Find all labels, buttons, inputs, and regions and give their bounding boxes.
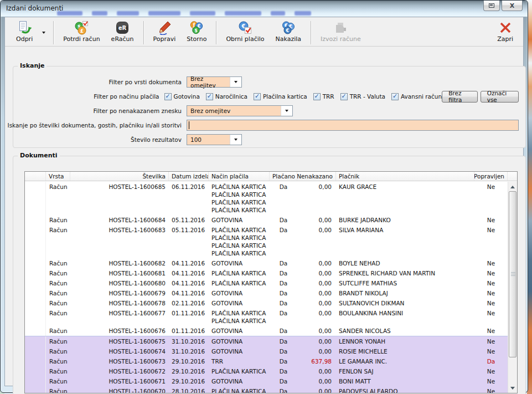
table-row[interactable]: RačunHOSTEL-1-160067802.11.2016GOTOVINAD… bbox=[25, 298, 508, 308]
payment-method-line: PLAČILNA KARTICA bbox=[211, 206, 267, 214]
cell-popravljen: Ne bbox=[474, 326, 508, 336]
scrollbar-thumb[interactable] bbox=[509, 191, 516, 357]
table-row[interactable]: RačunHOSTEL-1-160067531.10.2016GOTOVINAD… bbox=[25, 336, 508, 346]
cell-stevilka: HOSTEL-1-1600674 bbox=[70, 346, 169, 356]
cell-stevilka: HOSTEL-1-1600673 bbox=[70, 356, 169, 366]
amount-filter-row: Filter po nenakazanem znesku Brez omejit… bbox=[19, 105, 519, 117]
close-x-icon bbox=[498, 21, 513, 35]
cell-datum: 29.10.2016 bbox=[169, 376, 209, 386]
toolbar-button-label: Popravi bbox=[153, 35, 176, 43]
column-header[interactable]: Nenakazano bbox=[297, 172, 336, 181]
scroll-down-button[interactable] bbox=[508, 383, 517, 392]
table-row[interactable]: RačunHOSTEL-1-160068104.11.2016PLAČILNA … bbox=[25, 268, 508, 278]
cell-stevilka: HOSTEL-1-1600671 bbox=[70, 376, 169, 386]
toolbar-button-nakazila[interactable]: €€€Nakazila bbox=[270, 19, 307, 46]
toolbar-left-group: Odpri$£Potrdi računeReRačunPopraviƒ€$Sto… bbox=[11, 19, 366, 46]
einvoice-icon: eR bbox=[115, 21, 130, 35]
cell-nenakazano: 0,00 bbox=[297, 268, 336, 278]
toolbar-dropdown-caret[interactable] bbox=[38, 19, 49, 46]
cell-datum: 29.10.2016 bbox=[169, 356, 209, 366]
checkbox-icon[interactable]: ✓ bbox=[254, 93, 261, 100]
vertical-scrollbar[interactable] bbox=[508, 182, 517, 393]
column-header[interactable]: Plačano bbox=[270, 172, 297, 181]
row-selector bbox=[25, 215, 46, 225]
search-groupbox: Iskanje Filter po vrsti dokumenta Brez o… bbox=[13, 66, 526, 148]
text-search-label: Iskanje po številki dokumenta, gostih, p… bbox=[8, 122, 182, 129]
payment-option-checkbox[interactable]: ✓Plačilna kartica bbox=[254, 93, 307, 100]
select-all-button[interactable]: Označi vse bbox=[481, 91, 519, 103]
cell-nacin: PLAČILNA KARTICAPLAČILNA KARTICA bbox=[209, 308, 270, 326]
toolbar-button-potrdi-racun[interactable]: $£Potrdi račun bbox=[58, 19, 105, 46]
table-row[interactable]: RačunHOSTEL-1-160068405.11.2016GOTOVINAD… bbox=[25, 215, 508, 225]
toolbar-button-popravi[interactable]: Popravi bbox=[148, 19, 182, 46]
doc-type-filter-combo[interactable]: Brez omejitev bbox=[187, 76, 242, 88]
cell-datum: 04.11.2016 bbox=[169, 258, 209, 268]
table-row[interactable]: RačunHOSTEL-1-160068204.11.2016GOTOVINAD… bbox=[25, 258, 508, 268]
table-row[interactable]: RačunHOSTEL-1-160067904.11.2016GOTOVINAD… bbox=[25, 288, 508, 298]
table-row[interactable]: RačunHOSTEL-1-160067701.11.2016PLAČILNA … bbox=[25, 308, 508, 326]
search-input[interactable] bbox=[187, 120, 519, 131]
amount-filter-dropdown-button[interactable] bbox=[281, 106, 292, 116]
row-selector bbox=[25, 336, 46, 346]
column-header[interactable]: Datum izdelave bbox=[169, 172, 209, 181]
column-header[interactable]: Plačnik bbox=[336, 172, 474, 181]
cell-datum: 01.11.2016 bbox=[169, 326, 209, 336]
payment-method-line: PLAČILNA KARTICA bbox=[211, 198, 267, 206]
toolbar-button-obrni-placilo[interactable]: €Obrni plačilo bbox=[220, 19, 270, 46]
table-row[interactable]: RačunHOSTEL-1-160067129.10.2016GOTOVINAD… bbox=[25, 376, 508, 386]
column-header-selector[interactable] bbox=[25, 172, 46, 181]
table-row[interactable]: RačunHOSTEL-1-160068506.11.2016PLAČILNA … bbox=[25, 182, 508, 215]
payment-method-line: GOTOVINA bbox=[211, 289, 267, 297]
checkbox-icon[interactable]: ✓ bbox=[391, 93, 399, 100]
table-row[interactable]: RačunHOSTEL-1-160067229.10.2016PLAČILNA … bbox=[25, 366, 508, 376]
row-selector bbox=[25, 278, 46, 288]
cell-datum: 29.10.2016 bbox=[169, 366, 209, 376]
payment-option-checkbox[interactable]: ✓TRR bbox=[313, 93, 334, 100]
column-header[interactable]: Številka bbox=[70, 172, 169, 181]
payment-option-checkbox[interactable]: ✓Avansni račun bbox=[391, 93, 442, 100]
scroll-up-button[interactable] bbox=[508, 182, 517, 191]
payment-method-line: PLAČILNA KARTICA bbox=[211, 279, 267, 287]
checkbox-icon[interactable]: ✓ bbox=[206, 93, 213, 100]
cell-vrsta: Račun bbox=[46, 215, 70, 225]
table-row[interactable]: RačunHOSTEL-1-160067028.10.2016PLAČILNA … bbox=[25, 386, 508, 393]
table-row[interactable]: RačunHOSTEL-1-160067329.10.2016TRRDa637,… bbox=[25, 356, 508, 366]
column-header[interactable]: Vrsta bbox=[46, 172, 70, 181]
cell-popravljen: Ne bbox=[474, 278, 508, 288]
table-row[interactable]: RačunHOSTEL-1-160067431.10.2016GOTOVINAD… bbox=[25, 346, 508, 356]
checkbox-icon[interactable]: ✓ bbox=[340, 93, 348, 100]
cell-datum: 02.11.2016 bbox=[169, 298, 209, 308]
table-row[interactable]: RačunHOSTEL-1-160068305.11.2016PLAČILNA … bbox=[25, 225, 508, 258]
check-mark-icon: ✓ bbox=[392, 93, 397, 99]
window-title: Izdani dokumenti bbox=[6, 4, 63, 12]
payment-option-checkbox[interactable]: ✓Naročilnica bbox=[206, 93, 247, 100]
payment-option-checkbox[interactable]: ✓TRR - Valuta bbox=[340, 93, 385, 100]
result-count-dropdown-button[interactable] bbox=[230, 135, 241, 145]
check-mark-icon: ✓ bbox=[255, 93, 260, 99]
checkbox-label: Plačilna kartica bbox=[263, 93, 307, 100]
toolbar-button-zapri[interactable]: Zapri bbox=[492, 19, 519, 46]
table-row[interactable]: RačunHOSTEL-1-160068004.11.2016PLAČILNA … bbox=[25, 278, 508, 288]
clear-filter-button[interactable]: Brez filtra bbox=[442, 91, 478, 103]
checkbox-icon[interactable]: ✓ bbox=[164, 93, 172, 100]
column-header[interactable]: Način plačila bbox=[209, 172, 270, 181]
doc-type-filter-dropdown-button[interactable] bbox=[230, 77, 241, 87]
toolbar-separator bbox=[143, 21, 144, 44]
checkbox-icon[interactable]: ✓ bbox=[313, 93, 321, 100]
toolbar-button-odpri[interactable]: Odpri bbox=[11, 19, 38, 46]
cell-placnik: LE GAMAAR INC. bbox=[336, 356, 474, 366]
detach-window-button[interactable] bbox=[483, 1, 500, 11]
column-header[interactable]: Popravljen bbox=[474, 172, 508, 181]
titlebar[interactable]: Izdani dokumenti X bbox=[1, 1, 528, 17]
toolbar-button-storno[interactable]: ƒ€$Storno bbox=[181, 19, 212, 46]
close-window-button[interactable]: X bbox=[502, 1, 523, 11]
payment-method-line: PLAČILNA KARTICA bbox=[211, 309, 267, 317]
toolbar-button-eracun[interactable]: eReRačun bbox=[106, 19, 140, 46]
table-row[interactable]: RačunHOSTEL-1-160067601.11.2016GOTOVINAD… bbox=[25, 326, 508, 336]
amount-filter-combo[interactable]: Brez omejitev bbox=[187, 105, 293, 116]
toolbar-button-label: Obrni plačilo bbox=[226, 35, 264, 43]
cell-stevilka: HOSTEL-1-1600683 bbox=[70, 225, 169, 258]
result-count-combo[interactable]: 100 bbox=[187, 134, 242, 145]
payment-option-checkbox[interactable]: ✓Gotovina bbox=[164, 93, 200, 100]
payment-method-line: PLAČILNA KARTICA bbox=[211, 234, 267, 242]
